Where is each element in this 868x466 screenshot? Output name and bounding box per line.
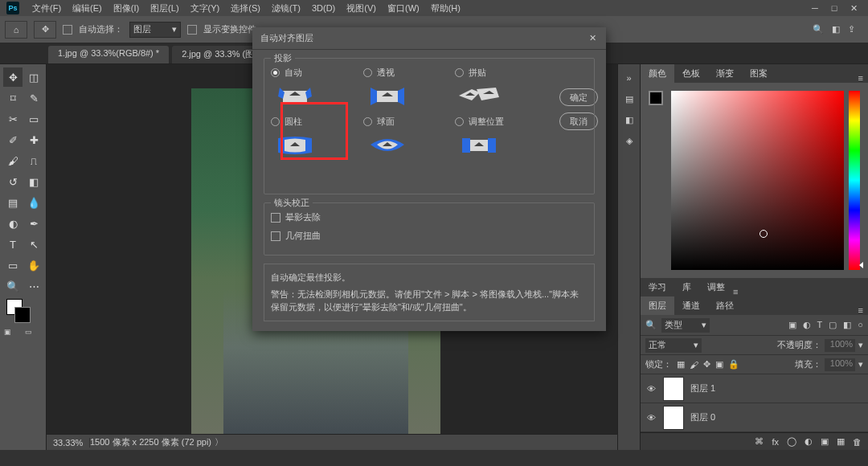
radio-reposition[interactable] <box>455 117 464 126</box>
shape-tool[interactable]: ▭ <box>3 255 23 275</box>
chevron-down-icon[interactable]: ▾ <box>858 359 863 370</box>
radio-perspective[interactable] <box>363 68 372 77</box>
close-icon[interactable]: ✕ <box>587 33 598 43</box>
tab-gradients[interactable]: 渐变 <box>708 64 742 83</box>
search-icon[interactable]: 🔍 <box>813 24 824 35</box>
autoselect-checkbox[interactable] <box>63 25 72 35</box>
quickselect-tool[interactable]: ✎ <box>24 88 43 108</box>
filter-adjust-icon[interactable]: ◐ <box>803 320 811 330</box>
eyedropper-tool[interactable]: ✐ <box>3 130 23 149</box>
chevron-down-icon[interactable]: ▾ <box>858 340 863 350</box>
distortion-checkbox[interactable] <box>271 231 280 241</box>
frame-tool[interactable]: ▭ <box>24 109 43 129</box>
vignette-checkbox[interactable] <box>271 213 280 223</box>
history-brush-tool[interactable]: ↺ <box>3 172 23 191</box>
edit-toolbar[interactable]: ⋯ <box>24 276 43 296</box>
tab-adjustments[interactable]: 调整 <box>699 278 733 296</box>
new-icon[interactable]: ▦ <box>837 436 845 447</box>
layer-thumb[interactable] <box>663 406 684 430</box>
share-icon[interactable]: ⇪ <box>848 24 855 35</box>
menu-3d[interactable]: 3D(D) <box>307 2 340 14</box>
filter-kind-dropdown[interactable]: 类型▾ <box>661 318 710 333</box>
gradient-tool[interactable]: ▤ <box>3 193 23 212</box>
dodge-tool[interactable]: ◐ <box>3 214 23 233</box>
panel-b-icon[interactable]: ◧ <box>622 112 637 127</box>
maximize-icon[interactable]: □ <box>829 3 839 14</box>
pen-tool[interactable]: ✒ <box>24 214 43 233</box>
lock-artboard-icon[interactable]: ▣ <box>715 359 723 370</box>
status-docinfo[interactable]: 1500 像素 x 2250 像素 (72 ppi) <box>90 436 211 448</box>
menu-view[interactable]: 视图(V) <box>342 1 381 16</box>
status-zoom[interactable]: 33.33% <box>50 438 90 448</box>
close-icon[interactable]: ✕ <box>849 3 858 14</box>
text-tool[interactable]: T <box>3 235 23 254</box>
fx-icon[interactable]: fx <box>772 437 779 447</box>
radio-auto[interactable] <box>271 68 280 77</box>
layer-name[interactable]: 图层 0 <box>690 411 715 423</box>
layer-row[interactable]: 👁 图层 1 <box>641 374 868 403</box>
menu-help[interactable]: 帮助(H) <box>426 1 465 16</box>
tab-learn[interactable]: 学习 <box>641 278 674 296</box>
lock-brush-icon[interactable]: 🖌 <box>690 360 698 370</box>
tab-channels[interactable]: 通道 <box>674 296 708 315</box>
trash-icon[interactable]: 🗑 <box>853 437 862 447</box>
tab-libraries[interactable]: 库 <box>674 278 699 296</box>
menu-edit[interactable]: 编辑(E) <box>68 1 107 16</box>
tool-preset-icon[interactable]: ✥ <box>34 21 56 39</box>
tab-doc-1[interactable]: 1.jpg @ 33.3%(RGB/8#) * <box>48 46 169 63</box>
screenmode-icon[interactable]: ▭ <box>24 328 32 336</box>
minimize-icon[interactable]: ─ <box>810 3 820 14</box>
layer-thumb[interactable] <box>663 377 684 401</box>
radio-spherical[interactable] <box>363 117 372 126</box>
lock-all-icon[interactable]: 🔒 <box>728 359 739 370</box>
heal-tool[interactable]: ✚ <box>24 130 43 149</box>
filter-shape-icon[interactable]: ▢ <box>829 320 837 330</box>
chevron-right-icon[interactable]: 〉 <box>215 436 223 448</box>
crop-tool[interactable]: ✂ <box>3 109 23 129</box>
filter-text-icon[interactable]: T <box>817 320 823 330</box>
zoom-tool[interactable]: 🔍 <box>3 276 23 296</box>
fill-input[interactable]: 100% <box>825 358 855 371</box>
panel-toggle-icon[interactable]: » <box>622 71 637 85</box>
color-field[interactable] <box>671 91 844 270</box>
swatch[interactable] <box>3 299 43 326</box>
marquee-tool[interactable]: ◫ <box>24 67 43 87</box>
quickmask-icon[interactable]: ▣ <box>3 328 11 336</box>
menu-select[interactable]: 选择(S) <box>226 1 265 16</box>
filter-icon[interactable]: 🔍 <box>645 320 657 330</box>
visibility-icon[interactable]: 👁 <box>645 383 657 394</box>
tab-swatches[interactable]: 色板 <box>674 64 708 83</box>
lasso-tool[interactable]: ⌑ <box>3 88 23 108</box>
autoselect-target-dropdown[interactable]: 图层▾ <box>129 22 181 38</box>
radio-cylindrical[interactable] <box>271 117 280 126</box>
tab-patterns[interactable]: 图案 <box>742 64 776 83</box>
color-fg-swatch[interactable] <box>649 91 663 105</box>
filter-smart-icon[interactable]: ◧ <box>843 320 851 330</box>
panel-menu-icon[interactable]: ≡ <box>733 287 738 296</box>
adjustment-icon[interactable]: ◐ <box>805 436 813 447</box>
stamp-tool[interactable]: ⎍ <box>24 151 43 170</box>
tab-paths[interactable]: 路径 <box>708 296 742 315</box>
eraser-tool[interactable]: ◧ <box>24 172 43 191</box>
menu-type[interactable]: 文字(Y) <box>186 1 225 16</box>
home-icon[interactable]: ⌂ <box>5 21 27 39</box>
menu-filter[interactable]: 滤镜(T) <box>267 1 305 16</box>
menu-layer[interactable]: 图层(L) <box>145 1 183 16</box>
path-tool[interactable]: ↖ <box>24 235 43 254</box>
group-icon[interactable]: ▣ <box>821 436 829 447</box>
background-color[interactable] <box>14 307 31 323</box>
layer-row[interactable]: 👁 图层 0 <box>641 403 868 432</box>
layer-name[interactable]: 图层 1 <box>690 382 715 394</box>
panel-menu-icon[interactable]: ≡ <box>858 73 868 83</box>
lock-trans-icon[interactable]: ▦ <box>677 359 685 370</box>
opacity-input[interactable]: 100% <box>825 339 855 352</box>
showtransform-checkbox[interactable] <box>187 25 197 35</box>
radio-collage[interactable] <box>455 68 464 77</box>
tab-color[interactable]: 颜色 <box>641 64 674 83</box>
filter-image-icon[interactable]: ▣ <box>788 320 796 330</box>
panel-menu-icon[interactable]: ≡ <box>858 305 868 315</box>
menu-file[interactable]: 文件(F) <box>27 1 66 16</box>
filter-toggle-icon[interactable]: ○ <box>858 320 863 330</box>
panel-c-icon[interactable]: ◈ <box>622 133 637 148</box>
panel-a-icon[interactable]: ▤ <box>622 92 637 106</box>
